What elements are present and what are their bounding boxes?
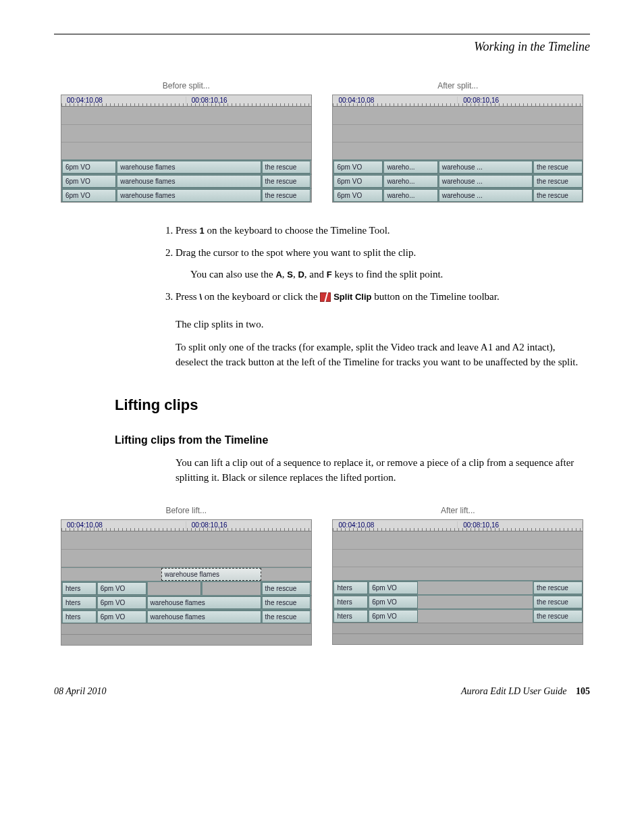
clip[interactable]: 6pm VO [333, 175, 383, 188]
clip[interactable]: the rescue [261, 582, 311, 595]
clip[interactable]: 6pm VO [61, 175, 116, 188]
split-clip-icon [320, 292, 331, 302]
key-1: 1 [199, 226, 204, 236]
clip[interactable]: hters [333, 581, 368, 594]
split-clip-label: Split Clip [333, 292, 371, 302]
clip[interactable]: the rescue [261, 596, 311, 609]
page-header: Working in the Timeline [54, 40, 590, 54]
lifting-intro: You can lift a clip out of a sequence to… [176, 456, 590, 486]
page-footer: 08 April 2010 Aurora Edit LD User Guide … [54, 686, 590, 697]
clip[interactable]: wareho... [383, 161, 437, 174]
timeline: 00:04:10,08 00:08:10,16 hters 6pm VO the… [332, 519, 583, 645]
split-after-panel: After split... 00:04:10,08 00:08:10,16 6… [332, 81, 583, 203]
clip[interactable]: the rescue [533, 596, 583, 608]
clip[interactable]: the rescue [261, 161, 311, 174]
clip[interactable]: warehouse ... [438, 175, 533, 188]
clip[interactable]: hters [333, 596, 368, 608]
clip[interactable]: hters [61, 582, 97, 595]
clip[interactable]: 6pm VO [97, 596, 146, 609]
clip[interactable]: wareho... [383, 175, 437, 188]
step-2-note: You can also use the A, S, D, and F keys… [190, 267, 590, 282]
clip[interactable]: wareho... [383, 189, 437, 202]
clip[interactable]: warehouse ... [438, 189, 533, 202]
clip[interactable]: 6pm VO [368, 596, 418, 608]
clip[interactable]: the rescue [533, 161, 583, 174]
timeline: 00:04:10,08 00:08:10,16 warehouse flames… [61, 519, 312, 646]
clip[interactable]: hters [61, 610, 97, 623]
page-number: 105 [576, 686, 590, 696]
clip[interactable]: warehouse ... [438, 161, 533, 174]
step-2: Drag the cursor to the spot where you wa… [176, 245, 590, 282]
split-figure: Before split... 00:04:10,08 00:08:10,16 … [54, 81, 590, 203]
caption: After lift... [332, 506, 583, 515]
clip[interactable]: 6pm VO [333, 189, 383, 202]
clip-gap [201, 582, 261, 595]
clip-gap [146, 582, 201, 595]
clip[interactable]: the rescue [533, 175, 583, 188]
lift-figure: Before lift... 00:04:10,08 00:08:10,16 w… [54, 506, 590, 646]
timeline: 00:04:10,08 00:08:10,16 6pm VO warehouse… [61, 95, 312, 203]
section-heading: Lifting clips [115, 396, 590, 414]
clip[interactable]: the rescue [261, 610, 311, 623]
clip[interactable]: warehouse flames [116, 161, 261, 174]
clip[interactable]: 6pm VO [368, 610, 418, 623]
clip[interactable]: 6pm VO [97, 582, 146, 595]
clip[interactable]: 6pm VO [61, 189, 116, 202]
result-text: The clip splits in two. [176, 317, 590, 332]
clip[interactable]: 6pm VO [97, 610, 146, 623]
split-before-panel: Before split... 00:04:10,08 00:08:10,16 … [61, 81, 312, 203]
instruction-steps: Press 1 on the keyboard to choose the Ti… [176, 223, 590, 304]
caption: Before lift... [61, 506, 312, 515]
clip-gap [418, 596, 533, 608]
caption: After split... [332, 81, 583, 90]
clip[interactable]: the rescue [261, 189, 311, 202]
clip[interactable]: 6pm VO [368, 581, 418, 594]
clip[interactable]: warehouse flames [146, 596, 261, 609]
step-1: Press 1 on the keyboard to choose the Ti… [176, 223, 590, 238]
footer-date: 08 April 2010 [54, 686, 107, 697]
footer-doc-title: Aurora Edit LD User Guide [461, 686, 567, 696]
clip-gap [418, 610, 533, 623]
clip[interactable]: the rescue [533, 581, 583, 594]
clip[interactable]: 6pm VO [333, 161, 383, 174]
clip[interactable]: warehouse flames [146, 610, 261, 623]
timeline: 00:04:10,08 00:08:10,16 6pm VO wareho...… [332, 95, 583, 203]
clip[interactable]: warehouse flames [116, 189, 261, 202]
clip[interactable]: warehouse flames [116, 175, 261, 188]
caption: Before split... [61, 81, 312, 90]
clip[interactable]: 6pm VO [61, 161, 116, 174]
lift-before-panel: Before lift... 00:04:10,08 00:08:10,16 w… [61, 506, 312, 646]
clip-selected[interactable]: warehouse flames [161, 568, 261, 581]
lift-after-panel: After lift... 00:04:10,08 00:08:10,16 ht… [332, 506, 583, 646]
clip[interactable]: hters [333, 610, 368, 623]
clip[interactable]: hters [61, 596, 97, 609]
clip-gap [418, 581, 533, 594]
note-text: To split only one of the tracks (for exa… [176, 340, 590, 370]
clip[interactable]: the rescue [261, 175, 311, 188]
subsection-heading: Lifting clips from the Timeline [115, 434, 590, 446]
step-3: Press \ on the keyboard or click the Spl… [176, 289, 590, 305]
clip[interactable]: the rescue [533, 610, 583, 623]
clip[interactable]: the rescue [533, 189, 583, 202]
